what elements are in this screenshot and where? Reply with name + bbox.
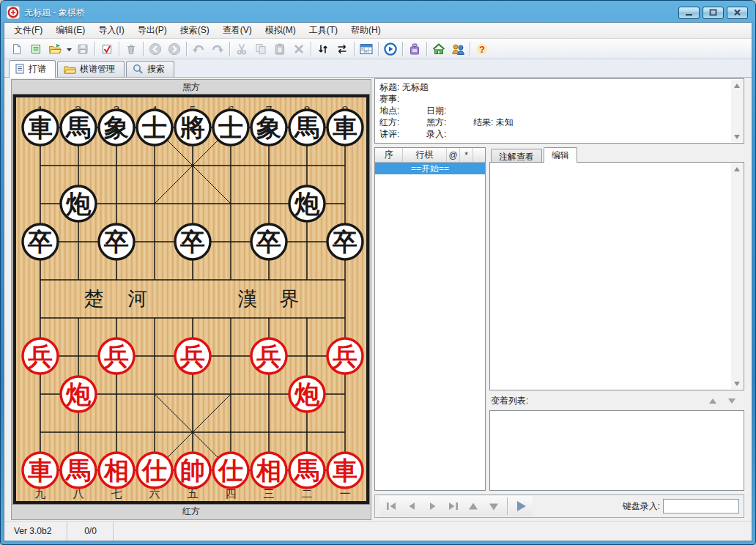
home-button[interactable]: [429, 40, 448, 58]
piece-black-象[interactable]: 象: [251, 110, 286, 145]
move-list-column-序[interactable]: 序: [375, 148, 403, 162]
swap-sides-button[interactable]: [333, 40, 352, 58]
annotation-editor[interactable]: [489, 162, 744, 390]
nav-first-button[interactable]: [381, 497, 401, 516]
tab-编辑[interactable]: 编辑: [544, 147, 577, 163]
nav-last-button[interactable]: [442, 497, 463, 516]
menu-item-search[interactable]: 搜索(S): [174, 22, 216, 39]
variation-list[interactable]: [489, 410, 744, 491]
nav-back-button[interactable]: [146, 40, 165, 58]
close-button[interactable]: [727, 7, 748, 19]
menu-item-edit[interactable]: 编辑(E): [49, 22, 92, 39]
delete-button[interactable]: [289, 40, 308, 58]
sort-vertical-button[interactable]: [314, 40, 333, 58]
tab-注解查看[interactable]: 注解查看: [491, 149, 542, 163]
piece-red-車[interactable]: 車: [23, 453, 58, 488]
piece-black-將[interactable]: 將: [175, 110, 210, 145]
menu-item-export[interactable]: 导出(P): [131, 22, 174, 39]
piece-red-兵[interactable]: 兵: [327, 338, 363, 374]
variation-up-icon[interactable]: [708, 396, 718, 406]
menu-item-help[interactable]: 帮助(H): [344, 22, 388, 39]
nav-forward-button[interactable]: [165, 40, 184, 58]
piece-black-卒[interactable]: 卒: [23, 224, 58, 259]
users-button[interactable]: [448, 40, 467, 58]
piece-red-相[interactable]: 相: [99, 453, 134, 488]
minimize-button[interactable]: [678, 7, 700, 19]
redo-button[interactable]: [208, 40, 227, 58]
chess-board[interactable]: 123456789九八七六五四三二一楚河漢界車馬象士將士象馬車炮炮卒卒卒卒卒兵兵…: [13, 94, 369, 504]
undo-button[interactable]: [189, 40, 208, 58]
scroll-down-icon[interactable]: [731, 131, 743, 142]
delete-game-button[interactable]: [122, 40, 141, 58]
scroll-down-icon[interactable]: [731, 378, 743, 389]
variation-down-button[interactable]: [483, 497, 504, 516]
paste-button[interactable]: [270, 40, 289, 58]
cut-button[interactable]: [232, 40, 251, 58]
piece-black-馬[interactable]: 馬: [289, 110, 325, 145]
menu-item-view[interactable]: 查看(V): [216, 22, 259, 39]
piece-black-車[interactable]: 車: [23, 110, 58, 145]
help-button[interactable]: ?: [472, 40, 492, 58]
tab-搜索[interactable]: 搜索: [126, 61, 174, 77]
variation-down-icon[interactable]: [727, 396, 737, 406]
piece-black-炮[interactable]: 炮: [61, 186, 96, 221]
piece-red-仕[interactable]: 仕: [213, 453, 248, 488]
tool-box-button[interactable]: [405, 40, 424, 58]
keyboard-entry-input[interactable]: [663, 499, 739, 514]
piece-black-士[interactable]: 士: [137, 110, 172, 145]
variation-list-label: 变着列表:: [491, 395, 528, 407]
piece-red-兵[interactable]: 兵: [175, 338, 210, 374]
maximize-button[interactable]: [703, 7, 724, 19]
piece-red-兵[interactable]: 兵: [251, 338, 286, 374]
menu-item-simulate[interactable]: 模拟(M): [259, 22, 303, 39]
save-button[interactable]: [73, 40, 92, 58]
copy-button[interactable]: [251, 40, 270, 58]
piece-black-炮[interactable]: 炮: [289, 186, 325, 221]
piece-black-卒[interactable]: 卒: [251, 224, 286, 259]
piece-black-卒[interactable]: 卒: [99, 224, 134, 259]
editor-scrollbar[interactable]: [731, 163, 743, 389]
info-scrollbar[interactable]: [731, 80, 743, 142]
piece-black-卒[interactable]: 卒: [175, 224, 210, 259]
move-list-body[interactable]: ==开始==: [375, 163, 485, 490]
piece-red-相[interactable]: 相: [251, 453, 286, 488]
nav-prev-button[interactable]: [401, 497, 422, 516]
piece-black-車[interactable]: 車: [327, 110, 363, 145]
piece-red-炮[interactable]: 炮: [289, 377, 325, 412]
piece-red-兵[interactable]: 兵: [23, 338, 58, 374]
move-list-column-行棋[interactable]: 行棋: [403, 148, 447, 162]
piece-red-車[interactable]: 車: [327, 453, 363, 488]
piece-black-卒[interactable]: 卒: [327, 224, 363, 259]
menu-item-import[interactable]: 导入(I): [92, 22, 130, 39]
game-grid-button[interactable]: [357, 40, 376, 58]
move-list-column-@[interactable]: @: [447, 148, 460, 162]
piece-black-象[interactable]: 象: [99, 110, 134, 145]
move-list-column-*[interactable]: *: [460, 148, 473, 162]
edit-game-info-button[interactable]: [97, 40, 116, 58]
variation-up-button[interactable]: [463, 497, 483, 516]
menu-item-file[interactable]: 文件(F): [7, 22, 49, 39]
piece-red-炮[interactable]: 炮: [61, 377, 96, 412]
piece-red-帥[interactable]: 帥: [175, 453, 210, 488]
move-list-column-filler[interactable]: [473, 148, 485, 162]
tab-打谱[interactable]: 打谱: [9, 60, 56, 78]
menu-item-tools[interactable]: 工具(T): [303, 22, 344, 39]
auto-play-button[interactable]: [381, 40, 400, 58]
piece-red-仕[interactable]: 仕: [137, 453, 172, 488]
scroll-up-icon[interactable]: [731, 80, 743, 91]
piece-red-兵[interactable]: 兵: [99, 338, 134, 374]
tab-棋谱管理[interactable]: 棋谱管理: [57, 61, 125, 77]
piece-black-士[interactable]: 士: [213, 110, 248, 145]
scroll-up-icon[interactable]: [731, 163, 743, 174]
piece-black-馬[interactable]: 馬: [61, 110, 96, 145]
nav-next-button[interactable]: [422, 497, 442, 516]
game-list-button[interactable]: [26, 40, 45, 58]
open-file-dropdown-button[interactable]: [64, 40, 73, 58]
auto-play-moves-button[interactable]: [511, 497, 531, 516]
open-file-button[interactable]: [45, 40, 64, 58]
new-document-button[interactable]: [7, 40, 26, 58]
open-file-dropdown-icon: [66, 43, 73, 55]
piece-red-馬[interactable]: 馬: [289, 453, 325, 488]
piece-red-馬[interactable]: 馬: [61, 453, 96, 488]
move-row-start[interactable]: ==开始==: [375, 163, 485, 174]
